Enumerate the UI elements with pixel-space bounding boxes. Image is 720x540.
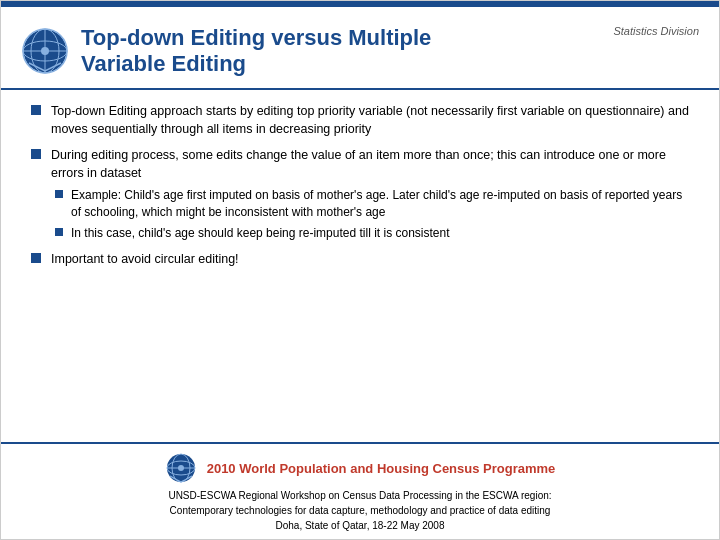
footer-un-logo <box>165 452 197 484</box>
title-area: Top-down Editing versus Multiple Variabl… <box>1 7 719 90</box>
slide: Top-down Editing versus Multiple Variabl… <box>0 0 720 540</box>
sub-bullet-text: Example: Child's age first imputed on ba… <box>71 187 689 221</box>
list-item: Important to avoid circular editing! <box>31 250 689 268</box>
bullet-text: Important to avoid circular editing! <box>51 250 689 268</box>
bullet-text: During editing process, some edits chang… <box>51 146 689 242</box>
footer-programme-text: 2010 World Population and Housing Census… <box>207 461 556 476</box>
bullet-text: Top-down Editing approach starts by edit… <box>51 102 689 138</box>
list-item: During editing process, some edits chang… <box>31 146 689 242</box>
bullet-icon <box>31 105 41 115</box>
sub-bullets: Example: Child's age first imputed on ba… <box>51 187 689 241</box>
title-left: Top-down Editing versus Multiple Variabl… <box>21 25 431 78</box>
footer: 2010 World Population and Housing Census… <box>1 442 719 539</box>
content-area: Top-down Editing approach starts by edit… <box>1 90 719 442</box>
sub-bullet-text: In this case, child's age should keep be… <box>71 225 450 242</box>
footer-caption: UNSD-ESCWA Regional Workshop on Census D… <box>168 488 551 533</box>
stats-division-label: Statistics Division <box>613 25 699 37</box>
slide-title: Top-down Editing versus Multiple Variabl… <box>81 25 431 78</box>
svg-point-11 <box>178 465 184 471</box>
bullet-icon <box>31 253 41 263</box>
un-logo <box>21 27 69 75</box>
list-item: Example: Child's age first imputed on ba… <box>55 187 689 221</box>
svg-point-6 <box>41 47 49 55</box>
sub-bullet-icon <box>55 190 63 198</box>
list-item: In this case, child's age should keep be… <box>55 225 689 242</box>
footer-logo-row: 2010 World Population and Housing Census… <box>165 452 556 484</box>
bullet-icon <box>31 149 41 159</box>
list-item: Top-down Editing approach starts by edit… <box>31 102 689 138</box>
sub-bullet-icon <box>55 228 63 236</box>
